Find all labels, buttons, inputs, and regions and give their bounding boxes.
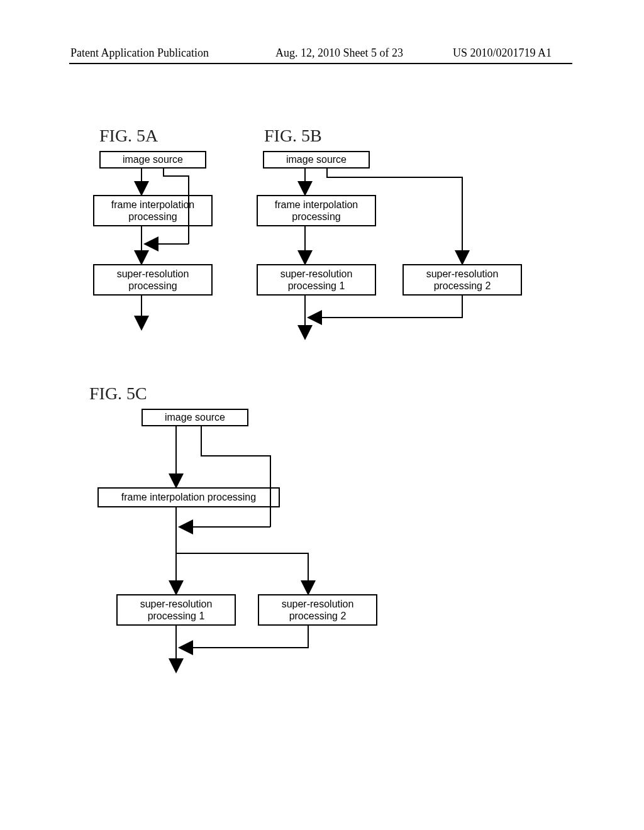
fig5c-image-source-box: image source xyxy=(142,409,248,426)
fig5c-arrows xyxy=(0,0,644,830)
fig-5c-label: FIG. 5C xyxy=(89,384,147,404)
header-center: Aug. 12, 2010 Sheet 5 of 23 xyxy=(275,47,403,60)
fig5a-frame-interp-box: frame interpolation processing xyxy=(93,195,213,226)
fig5a-image-source-box: image source xyxy=(99,151,206,169)
fig-5a-label: FIG. 5A xyxy=(99,126,158,146)
fig5c-frame-interp-box: frame interpolation processing xyxy=(97,487,280,507)
fig5a-super-res-box: super-resolution processing xyxy=(93,264,213,296)
fig5c-super-res1-box: super-resolution processing 1 xyxy=(116,594,236,626)
header-rule xyxy=(69,63,572,64)
fig5b-frame-interp-box: frame interpolation processing xyxy=(257,195,376,226)
fig5b-image-source-box: image source xyxy=(263,151,370,169)
fig-5b-label: FIG. 5B xyxy=(264,126,322,146)
header-right: US 2010/0201719 A1 xyxy=(453,47,552,60)
fig5b-super-res2-box: super-resolution processing 2 xyxy=(402,264,522,296)
fig5c-super-res2-box: super-resolution processing 2 xyxy=(258,594,377,626)
fig5b-super-res1-box: super-resolution processing 1 xyxy=(257,264,376,296)
header-left: Patent Application Publication xyxy=(70,47,209,60)
